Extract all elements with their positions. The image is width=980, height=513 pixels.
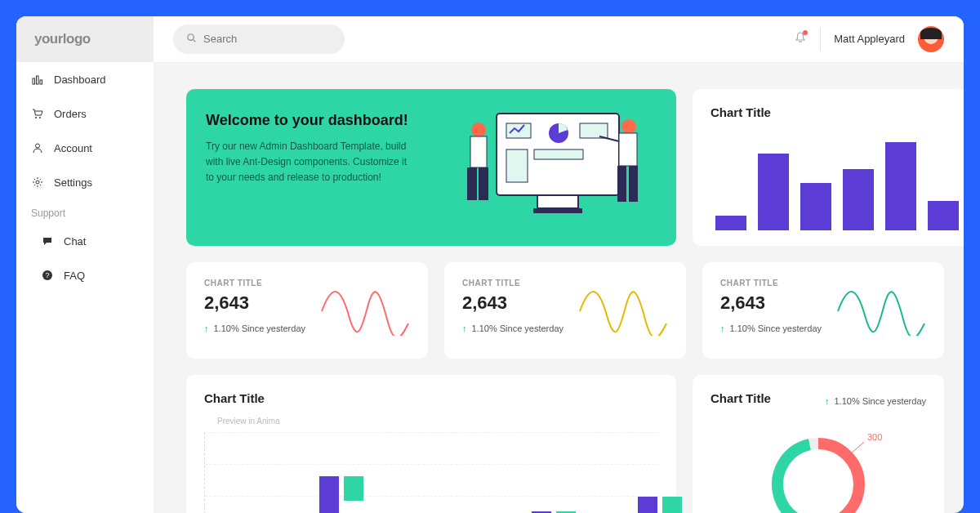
sidebar: yourlogo Dashboard Orders Account Settin… xyxy=(16,16,154,513)
svg-rect-17 xyxy=(534,149,583,159)
sidebar-item-settings[interactable]: Settings xyxy=(16,165,154,199)
chart-title: Chart Title xyxy=(204,391,658,405)
stat-title: CHART TITLE xyxy=(720,279,822,288)
person-icon xyxy=(31,141,44,154)
svg-rect-13 xyxy=(533,208,582,213)
user-name[interactable]: Matt Appleyard xyxy=(834,33,905,45)
arrow-up-icon: ↑ xyxy=(825,396,830,406)
primary-nav: Dashboard Orders Account Settings Suppor… xyxy=(16,62,154,292)
svg-rect-20 xyxy=(470,136,487,167)
chart-title: Chart Title xyxy=(710,105,964,119)
welcome-body: Try our new Admin Dashboard Template, bu… xyxy=(206,139,410,186)
search-icon xyxy=(186,32,197,47)
content: Welcome to your dashboard! Try our new A… xyxy=(154,63,964,513)
bar xyxy=(344,476,363,501)
svg-rect-1 xyxy=(37,76,39,84)
grouped-bar-chart xyxy=(204,432,658,513)
search-box[interactable] xyxy=(173,25,345,54)
sidebar-item-label: Account xyxy=(54,142,92,154)
stat-title: CHART TITLE xyxy=(204,279,305,288)
svg-rect-18 xyxy=(506,149,528,182)
bar-chart-icon xyxy=(31,73,44,86)
arrow-up-icon: ↑ xyxy=(720,323,725,333)
arrow-up-icon: ↑ xyxy=(462,323,467,333)
bar xyxy=(715,216,746,230)
notifications-button[interactable] xyxy=(794,31,807,47)
gear-icon xyxy=(31,176,44,189)
stat-card: CHART TITLE 2,643 ↑1.10% Since yesterday xyxy=(186,262,428,359)
sidebar-item-label: Settings xyxy=(54,176,92,189)
chat-icon xyxy=(41,234,54,248)
bar xyxy=(638,497,657,513)
sidebar-item-label: Chat xyxy=(64,235,86,248)
bar xyxy=(758,154,789,230)
ring-chart-card: Chart Title ↑1.10% Since yesterday 300 xyxy=(693,375,944,513)
svg-point-19 xyxy=(471,123,486,137)
svg-rect-25 xyxy=(617,166,626,202)
svg-rect-16 xyxy=(580,123,608,138)
svg-point-5 xyxy=(36,144,40,148)
notification-dot-icon xyxy=(803,30,808,35)
chart-title: Chart Title xyxy=(710,391,771,405)
brand-logo: yourlogo xyxy=(16,16,154,62)
sidebar-item-dashboard[interactable]: Dashboard xyxy=(16,62,154,96)
bar-chart xyxy=(710,132,964,230)
avatar[interactable] xyxy=(918,26,944,52)
stat-card: CHART TITLE 2,643 ↑1.10% Since yesterday xyxy=(702,262,944,359)
bar xyxy=(885,142,916,230)
big-bar-chart-card: Chart Title Preview in Anima xyxy=(186,375,676,513)
bar-group xyxy=(638,497,682,513)
donut-slice-label: 300 xyxy=(867,432,882,442)
preview-label: Preview in Anima xyxy=(217,417,658,426)
svg-rect-2 xyxy=(40,80,42,84)
svg-point-4 xyxy=(39,117,41,118)
svg-point-6 xyxy=(36,181,39,184)
sidebar-section-support: Support xyxy=(16,199,154,224)
sparkline-icon xyxy=(578,279,668,336)
stat-change: ↑1.10% Since yesterday xyxy=(720,323,822,333)
sidebar-item-faq[interactable]: ? FAQ xyxy=(16,258,154,292)
stat-card: CHART TITLE 2,643 ↑1.10% Since yesterday xyxy=(444,262,686,359)
svg-line-10 xyxy=(194,40,195,42)
donut-chart: 300 xyxy=(737,411,900,513)
svg-rect-24 xyxy=(619,133,637,166)
sparkline-icon xyxy=(836,279,926,336)
svg-line-31 xyxy=(851,442,864,453)
svg-point-23 xyxy=(621,119,636,134)
bar xyxy=(928,201,959,230)
svg-rect-0 xyxy=(33,78,35,84)
stat-change: ↑1.10% Since yesterday xyxy=(204,323,305,333)
top-bar-chart-card: Chart Title xyxy=(693,89,964,246)
sidebar-item-label: FAQ xyxy=(64,270,85,282)
cart-icon xyxy=(31,107,44,120)
stat-value: 2,643 xyxy=(462,292,564,314)
svg-rect-26 xyxy=(629,166,638,202)
app-shell: yourlogo Dashboard Orders Account Settin… xyxy=(16,16,964,513)
svg-point-3 xyxy=(35,117,37,118)
sidebar-item-account[interactable]: Account xyxy=(16,131,154,165)
search-input[interactable] xyxy=(203,33,332,45)
ring-change: ↑1.10% Since yesterday xyxy=(825,396,926,406)
svg-rect-21 xyxy=(467,167,477,200)
topbar: Matt Appleyard xyxy=(154,16,964,63)
divider xyxy=(820,28,821,51)
bar xyxy=(662,497,682,513)
sidebar-item-chat[interactable]: Chat xyxy=(16,224,154,258)
sidebar-item-label: Dashboard xyxy=(54,74,106,86)
arrow-up-icon: ↑ xyxy=(204,323,209,333)
svg-point-9 xyxy=(188,34,194,40)
stat-value: 2,643 xyxy=(204,292,305,314)
bar xyxy=(800,183,831,230)
sparkline-icon xyxy=(320,279,410,336)
svg-rect-12 xyxy=(537,195,578,208)
main-area: Matt Appleyard Welcome to your dashboard… xyxy=(154,16,964,513)
svg-text:?: ? xyxy=(45,271,49,279)
sidebar-item-label: Orders xyxy=(54,108,87,120)
welcome-title: Welcome to your dashboard! xyxy=(206,112,410,129)
sidebar-item-orders[interactable]: Orders xyxy=(16,96,154,131)
stat-value: 2,643 xyxy=(720,292,822,314)
svg-rect-22 xyxy=(479,167,488,200)
welcome-card: Welcome to your dashboard! Try our new A… xyxy=(186,89,676,246)
bar xyxy=(843,169,874,230)
bar xyxy=(319,476,339,513)
